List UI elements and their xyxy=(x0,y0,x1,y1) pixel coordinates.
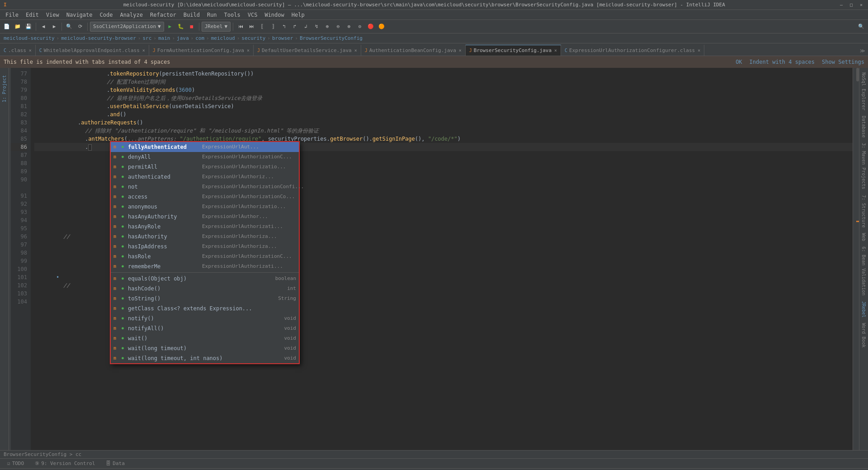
breadcrumb-java[interactable]: java xyxy=(177,35,189,41)
maven-tab[interactable]: 3: Maven Projects xyxy=(860,140,867,192)
toolbar-btn-k[interactable]: ⊗ xyxy=(344,22,354,32)
autocomplete-popup[interactable]: m ● fullyAuthenticated ExpressionUrlAut.… xyxy=(110,141,300,364)
maximize-button[interactable]: □ xyxy=(848,2,854,8)
toolbar-btn-g[interactable]: ↲ xyxy=(301,22,311,32)
breadcrumb-browser[interactable]: browser xyxy=(272,35,293,41)
toolbar-search[interactable]: 🔍 xyxy=(856,22,866,32)
ac-item-hasAnyRole[interactable]: m ● hasAnyRole ExpressionUrlAuthorizati.… xyxy=(111,222,299,232)
tab-browser-security[interactable]: J BrowserSecurityConfig.java × xyxy=(466,45,561,56)
project-panel-tab[interactable]: 1: Project xyxy=(1,71,8,106)
ac-item-wait-long-nanos[interactable]: m ● wait(long timeout, int nanos) void xyxy=(111,353,299,363)
tab-data[interactable]: 🗄 Data xyxy=(100,460,130,467)
breadcrumb-src[interactable]: src xyxy=(142,35,151,41)
ac-item-not[interactable]: m ● not ExpressionUrlAuthorizationConfi.… xyxy=(111,182,299,192)
menu-analyze[interactable]: Analyze xyxy=(116,11,146,19)
menu-vcs[interactable]: VCS xyxy=(244,11,261,19)
breadcrumb-class[interactable]: BrowserSecurityConfig xyxy=(300,35,363,41)
menu-navigate[interactable]: Navigate xyxy=(63,11,96,19)
toolbar-btn-h[interactable]: ↯ xyxy=(311,22,321,32)
tab-auth-bean[interactable]: J AuthenticationBeanConfig.java × xyxy=(361,45,466,56)
toolbar-back[interactable]: ◀ xyxy=(38,22,48,32)
tab-overflow[interactable]: ≫ xyxy=(857,46,868,56)
breadcrumb-root[interactable]: meicloud-security xyxy=(4,35,55,41)
bean-validation-tab[interactable]: 6: Bean Validation xyxy=(860,244,867,298)
tab-close-browser-security[interactable]: × xyxy=(554,48,557,53)
ac-item-hashCode[interactable]: m ● hashCode() int xyxy=(111,284,299,294)
toolbar-replace[interactable]: ⟳ xyxy=(75,22,85,32)
breadcrumb-main[interactable]: main xyxy=(158,35,170,41)
toolbar-btn-i[interactable]: ⊕ xyxy=(322,22,332,32)
ac-item-hasIpAddress[interactable]: m ● hasIpAddress ExpressionUrlAuthoriza.… xyxy=(111,242,299,252)
ac-item-notifyAll[interactable]: m ● notifyAll() void xyxy=(111,323,299,333)
toolbar-btn-d[interactable]: ⟧ xyxy=(268,22,278,32)
toolbar-save[interactable]: 💾 xyxy=(24,22,33,32)
tab-todo[interactable]: ☑ TODO xyxy=(2,460,29,467)
breadcrumb-meicloud[interactable]: meicloud xyxy=(211,35,235,41)
code-area[interactable]: .tokenRepository(persistentTokenReposito… xyxy=(31,68,853,450)
menu-run[interactable]: Run xyxy=(203,11,221,19)
tab-close-expression-url[interactable]: × xyxy=(698,48,700,53)
menu-tools[interactable]: Tools xyxy=(221,11,244,19)
toolbar-btn-l[interactable]: ⊙ xyxy=(355,22,365,32)
ac-item-denyAll[interactable]: m ● denyAll ExpressionUrlAuthorizationC.… xyxy=(111,152,299,162)
tab-close-class[interactable]: × xyxy=(29,48,32,53)
tab-whitlelabel[interactable]: C WhitelabelApprovalEndpoint.class × xyxy=(36,45,149,56)
menu-view[interactable]: View xyxy=(42,11,63,19)
toolbar-debug[interactable]: 🐛 xyxy=(176,22,186,32)
tab-form-auth[interactable]: J FormAuthenticationConfig.java × xyxy=(149,45,254,56)
tab-close-default-user[interactable]: × xyxy=(354,48,357,53)
web-tab[interactable]: Web xyxy=(860,230,867,244)
menu-build[interactable]: Build xyxy=(180,11,203,19)
tab-version-control[interactable]: ⑨ 9: Version Control xyxy=(29,460,100,467)
menu-window[interactable]: Window xyxy=(261,11,288,19)
ac-item-rememberMe[interactable]: m ● rememberMe ExpressionUrlAuthorizati.… xyxy=(111,261,299,271)
menu-file[interactable]: File xyxy=(2,11,22,19)
ac-item-permitAll[interactable]: m ● permitAll ExpressionUrlAuthorizatio.… xyxy=(111,162,299,172)
ac-item-authenticated[interactable]: m ● authenticated ExpressionUrlAuthoriz.… xyxy=(111,172,299,182)
breadcrumb-security[interactable]: security xyxy=(241,35,265,41)
ac-item-wait-long[interactable]: m ● wait(long timeout) void xyxy=(111,343,299,353)
ac-item-hasAuthority[interactable]: m ● hasAuthority ExpressionUrlAuthoriza.… xyxy=(111,232,299,242)
scroll-thumb[interactable] xyxy=(856,68,859,81)
tab-close-whitlelabel[interactable]: × xyxy=(142,48,145,53)
indent-show-settings[interactable]: Show Settings xyxy=(822,59,864,65)
close-button[interactable]: ✕ xyxy=(858,2,864,8)
toolbar-btn-n[interactable]: 🟠 xyxy=(377,22,387,32)
database-tab[interactable]: Database xyxy=(860,113,867,140)
menu-refactor[interactable]: Refactor xyxy=(146,11,180,19)
ac-item-equals[interactable]: m ● equals(Object obj) boolean xyxy=(111,274,299,284)
toolbar-btn-c[interactable]: ⟦ xyxy=(257,22,267,32)
toolbar-run[interactable]: ▶ xyxy=(165,22,175,32)
toolbar-btn-m[interactable]: 🔴 xyxy=(366,22,376,32)
nosql-explorer-tab[interactable]: NoSql Explorer xyxy=(860,70,867,113)
toolbar-open[interactable]: 📁 xyxy=(13,22,23,32)
ac-item-access[interactable]: m ● access ExpressionUrlAuthorizationCo.… xyxy=(111,192,299,202)
word-book-tab[interactable]: Word Book xyxy=(860,320,867,350)
ac-item-wait[interactable]: m ● wait() void xyxy=(111,333,299,343)
indent-with-spaces[interactable]: Indent with 4 spaces xyxy=(750,59,815,65)
structure-tab[interactable]: 7: Structure xyxy=(860,192,867,230)
tab-close-auth-bean[interactable]: × xyxy=(459,48,462,53)
tab-close-form-auth[interactable]: × xyxy=(247,48,250,53)
toolbar-forward[interactable]: ▶ xyxy=(49,22,59,32)
toolbar-btn-a[interactable]: ⏮ xyxy=(236,22,245,32)
menu-help[interactable]: Help xyxy=(288,11,308,19)
ac-item-anonymous[interactable]: m ● anonymous ExpressionUrlAuthorizatio.… xyxy=(111,202,299,212)
breadcrumb-com[interactable]: com xyxy=(195,35,204,41)
tab-class[interactable]: C .class × xyxy=(0,45,36,56)
toolbar-btn-j[interactable]: ⊖ xyxy=(333,22,343,32)
toolbar-stop[interactable]: ■ xyxy=(187,22,197,32)
ac-item-getClass[interactable]: m ● getClass Class<? extends Expression.… xyxy=(111,304,299,313)
indent-ok[interactable]: OK xyxy=(736,59,742,65)
tab-expression-url[interactable]: C ExpressionUrlAuthorizationConfigurer.c… xyxy=(561,45,704,56)
scroll-bar[interactable] xyxy=(853,68,859,450)
minimize-button[interactable]: — xyxy=(838,2,844,8)
ac-item-hasRole[interactable]: m ● hasRole ExpressionUrlAuthorizationC.… xyxy=(111,252,299,261)
menu-code[interactable]: Code xyxy=(96,11,117,19)
toolbar-btn-f[interactable]: ↱ xyxy=(290,22,300,32)
toolbar-find[interactable]: 🔍 xyxy=(64,22,74,32)
toolbar-btn-b[interactable]: ⏭ xyxy=(246,22,256,32)
tab-default-user[interactable]: J DefaultUserDetailsService.java × xyxy=(254,45,361,56)
jrebel-dropdown[interactable]: JRebel▼ xyxy=(202,22,231,32)
breadcrumb-module[interactable]: meicloud-security-browser xyxy=(61,35,136,41)
